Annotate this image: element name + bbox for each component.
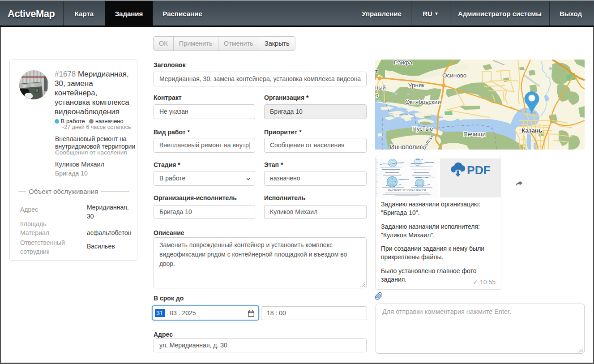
svg-text:Октябрьский: Октябрьский	[405, 98, 441, 105]
svg-text:Печищи: Печищи	[463, 131, 486, 137]
svg-text:Осиново: Осиново	[442, 72, 466, 79]
svg-text:ный: ный	[375, 84, 386, 91]
svg-text:Пустые: Пустые	[412, 125, 433, 132]
svg-text:Раифа: Раифа	[394, 60, 412, 66]
svg-text:Урняк: Урняк	[408, 82, 424, 89]
svg-text:о: о	[375, 92, 378, 98]
svg-text:Казань: Казань	[521, 127, 543, 134]
svg-text:ПАСПОРТ БЕЗОПАСНОСТИ: ПАСПОРТ БЕЗОПАСНОСТИ	[388, 189, 426, 192]
svg-text:Иннополис: Иннополис	[390, 143, 423, 150]
svg-text:т: т	[375, 68, 378, 75]
svg-text:PDF: PDF	[467, 163, 491, 177]
